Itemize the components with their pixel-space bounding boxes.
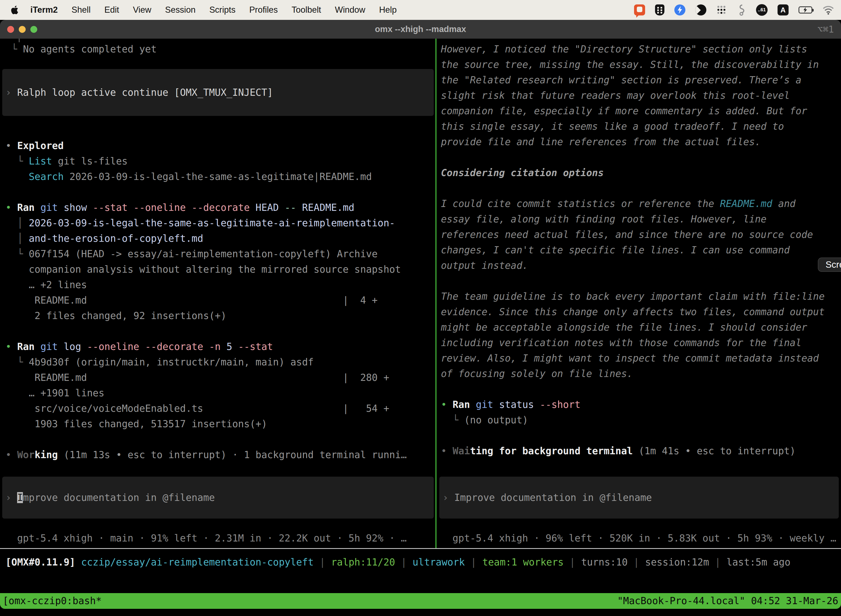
- chat-icon[interactable]: [634, 4, 645, 15]
- text-segment: review. Also, I might want to inspect th…: [441, 353, 819, 364]
- menu-item-edit[interactable]: Edit: [104, 5, 119, 15]
- terminal-line: • Explored: [6, 138, 435, 154]
- battery-icon[interactable]: [799, 6, 812, 13]
- text-segment: essay file, along with finding root file…: [441, 214, 766, 224]
- terminal-line: └ 4b9d30f (origin/main, instructkr/main,…: [6, 354, 435, 370]
- terminal-area: └ No agents completed yet › Ralph loop a…: [0, 39, 841, 548]
- text-segment: king: [35, 449, 58, 461]
- menu-item-iterm2[interactable]: iTerm2: [30, 5, 58, 15]
- text-segment: team:1 workers: [482, 557, 564, 568]
- terminal-line: evidence. Since this change only affects…: [441, 304, 841, 320]
- terminal-line: • Waiting for background terminal (1m 41…: [441, 443, 841, 459]
- left-prompt-input[interactable]: › Improve documentation in @filename: [2, 477, 434, 519]
- text-segment: 5: [221, 341, 232, 352]
- text-segment: •: [6, 140, 17, 151]
- text-segment: mprove documentation in @filename: [23, 492, 215, 503]
- text-segment: cczip/essay/ai-reimplementation-copyleft: [81, 557, 314, 568]
- text-segment: •: [6, 202, 17, 213]
- terminal-line: └ (no output): [441, 412, 841, 428]
- terminal-line: changes, I can't cite specific file line…: [441, 242, 841, 258]
- left-pane: └ No agents completed yet › Ralph loop a…: [0, 39, 435, 548]
- menu-item-session[interactable]: Session: [165, 5, 195, 15]
- menu-item-toolbelt[interactable]: Toolbelt: [292, 5, 321, 15]
- menu-item-window[interactable]: Window: [335, 5, 365, 15]
- shield-icon[interactable]: [655, 4, 664, 15]
- text-segment: (11m 13s • esc to interrupt) · 1 backgro…: [58, 449, 407, 461]
- text-segment: show: [58, 202, 87, 213]
- window-title-bar: omx --xhigh --madmax ⌥⌘1: [0, 20, 841, 39]
- terminal-line: README.md | 280 +: [6, 370, 435, 385]
- badge-61-icon[interactable]: ..61: [756, 4, 768, 16]
- screen-share-overlay-button[interactable]: Scre: [818, 258, 841, 272]
- text-segment: the "Related research writing" section i…: [441, 75, 801, 85]
- record-disc-icon[interactable]: [695, 4, 706, 15]
- menu-bar: iTerm2ShellEditViewSessionScriptsProfile…: [0, 0, 841, 20]
- menu-item-scripts[interactable]: Scripts: [210, 5, 236, 15]
- menu-item-view[interactable]: View: [133, 5, 151, 15]
- terminal-line: • Ran git log --oneline --decorate -n 5 …: [6, 339, 435, 354]
- left-prompt-input-top[interactable]: › Ralph loop active continue [OMX_TMUX_I…: [2, 69, 434, 116]
- text-segment: of focusing solely on file lines.: [441, 368, 633, 379]
- text-segment: └: [6, 155, 29, 167]
- terminal-line: [6, 184, 435, 200]
- text-segment: README.md | 4 +: [6, 295, 378, 306]
- keyboard-a-icon[interactable]: A: [778, 4, 788, 15]
- right-transcript: However, I noticed the "Directory Struct…: [441, 41, 841, 459]
- text-segment: Explored: [17, 140, 64, 151]
- text-segment: Wor: [17, 449, 35, 461]
- hook-icon[interactable]: [737, 4, 746, 16]
- text-segment: The team guideline is to back every impo…: [441, 291, 825, 302]
- text-segment: (no output): [464, 415, 528, 425]
- text-segment: |: [395, 557, 413, 568]
- terminal-line: companion file, especially if more comme…: [441, 103, 841, 119]
- text-segment: Ran: [17, 202, 35, 213]
- terminal-line: [441, 381, 841, 397]
- right-prompt-input[interactable]: › Improve documentation in @filename: [439, 477, 839, 519]
- text-segment: references need actual files, and since …: [441, 229, 813, 240]
- text-segment: --: [279, 202, 296, 213]
- left-model-status-line: gpt-5.4 xhigh · main · 91% left · 2.31M …: [6, 531, 435, 546]
- menu-item-help[interactable]: Help: [379, 5, 397, 15]
- wifi-icon[interactable]: [822, 5, 834, 15]
- blue-badge-icon[interactable]: [674, 4, 686, 15]
- menu-item-profiles[interactable]: Profiles: [249, 5, 278, 15]
- right-model-status-line: gpt-5.4 xhigh · 96% left · 520K in · 5.8…: [441, 531, 841, 546]
- prompt-text: › Ralph loop active continue [OMX_TMUX_I…: [6, 85, 273, 100]
- text-segment: List: [29, 155, 52, 167]
- text-segment: 1903 files changed, 513517 insertions(+): [6, 418, 267, 430]
- menu-item-shell[interactable]: Shell: [72, 5, 91, 15]
- text-segment: |: [628, 557, 645, 568]
- terminal-line: Considering citation options: [441, 165, 841, 180]
- text-segment: └: [441, 415, 464, 425]
- dots-grid-icon[interactable]: [716, 5, 727, 15]
- terminal-line: Search 2026-03-09-is-legal-the-same-as-l…: [6, 169, 435, 184]
- apple-logo-icon[interactable]: [11, 5, 19, 15]
- text-segment: and: [772, 198, 796, 209]
- terminal-line: [6, 323, 435, 339]
- text-segment: └: [6, 44, 23, 55]
- text-segment: changes, I can't cite specific file line…: [441, 245, 790, 255]
- terminal-line: • Ran git status --short: [441, 397, 841, 412]
- text-segment: ting for background terminal: [470, 446, 633, 456]
- text-segment: •: [6, 341, 17, 352]
- terminal-line: references need actual files, and since …: [441, 227, 841, 242]
- text-segment: might be acceptable alongside the file l…: [441, 322, 807, 333]
- terminal-line: of focusing solely on file lines.: [441, 366, 841, 381]
- terminal-line: … +2 lines: [6, 277, 435, 293]
- terminal-line: essay file, along with finding root file…: [441, 211, 841, 227]
- terminal-line: I could cite commit statistics or refere…: [441, 196, 841, 211]
- terminal-line: review. Also, I might want to inspect th…: [441, 351, 841, 366]
- text-segment: No agents completed yet: [23, 44, 157, 55]
- terminal-line: companion analysis without altering the …: [6, 262, 435, 277]
- text-segment: 067f154 (HEAD -> essay/ai-reimplementati…: [29, 248, 378, 260]
- menu-items: iTerm2ShellEditViewSessionScriptsProfile…: [30, 5, 397, 15]
- text-segment: evidence. Since this change only affects…: [441, 307, 825, 317]
- text-segment: and-the-erosion-of-copyleft.md: [29, 233, 203, 244]
- text-segment: HEAD: [250, 202, 279, 213]
- terminal-line: README.md | 4 +: [6, 293, 435, 308]
- text-segment: Considering citation options: [441, 167, 604, 178]
- text-segment: Ran: [453, 399, 470, 410]
- text-segment: Search: [29, 171, 63, 182]
- menu-status-icons: ..61 A: [634, 4, 834, 16]
- text-segment: │: [6, 217, 29, 229]
